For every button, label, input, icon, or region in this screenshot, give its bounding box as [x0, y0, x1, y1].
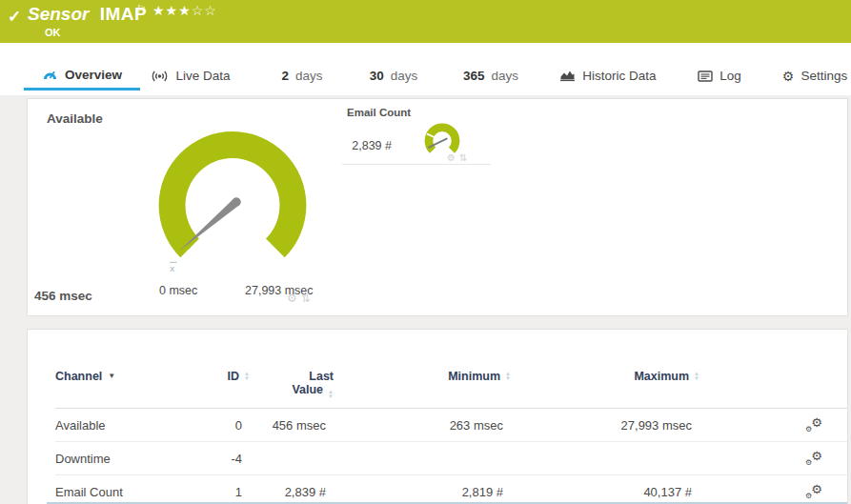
column-label: Minimum	[448, 370, 500, 383]
row-actions-cell: ⚙⚙	[699, 451, 847, 466]
tab-365-days[interactable]: 365days	[456, 61, 526, 91]
maximum-cell: 27,993 msec	[511, 418, 699, 433]
gauge-action-icons: ⚙ ⇅	[447, 152, 467, 163]
column-header-channel[interactable]: Channel▼	[55, 370, 208, 383]
id-cell: -4	[208, 452, 250, 466]
status-badge: OK	[45, 27, 61, 38]
column-label: Value	[292, 383, 323, 396]
tab-label: Historic Data	[582, 69, 656, 83]
log-icon	[698, 71, 713, 82]
priority-rating-stars[interactable]: ★★★☆☆	[152, 3, 217, 18]
gear-icon[interactable]: ⚙	[447, 152, 456, 163]
page-title: Sensor IMAP	[28, 4, 147, 25]
tab-overview[interactable]: Overview	[24, 61, 140, 91]
tab-label: Log	[719, 69, 741, 83]
channel-cell: Email Count	[55, 485, 208, 499]
column-header-maximum[interactable]: Maximum▲▼	[511, 370, 699, 383]
minimum-cell: 263 msec	[334, 418, 511, 433]
last-value-cell: 2,839 #	[250, 485, 334, 499]
channel-settings-gears-icon[interactable]: ⚙⚙	[805, 417, 822, 433]
email-count-channel-label: Email Count	[347, 107, 411, 118]
star-empty-icon[interactable]: ☆	[192, 3, 205, 18]
last-value-cell: 456 msec	[250, 418, 334, 433]
tab-2-days[interactable]: 2days	[274, 61, 330, 91]
broadcast-icon	[151, 70, 169, 83]
row-actions-cell: ⚙⚙	[699, 417, 847, 433]
maximum-cell: 40,137 #	[511, 485, 699, 499]
average-marker: x	[170, 263, 174, 273]
tab-log[interactable]: Log	[694, 61, 745, 91]
channel-table-panel: Channel▼ID▲▼LastValue▲▼Minimum▲▼Maximum▲…	[27, 329, 848, 504]
gauges-panel: Available x 0 msec 27,993 msec 456 msec …	[27, 98, 848, 316]
minimum-cell: 2,819 #	[334, 485, 511, 499]
column-header-last-value[interactable]: LastValue▲▼	[250, 370, 334, 396]
available-last-value: 456 msec	[34, 289, 92, 303]
gauge-icon	[42, 68, 58, 81]
tab-label: days	[492, 69, 519, 83]
tab-label: Live Data	[175, 69, 230, 83]
row-actions-cell: ⚙⚙	[699, 484, 847, 499]
tab-settings[interactable]: ⚙Settings	[781, 61, 848, 91]
tab-30-days[interactable]: 30days	[362, 61, 425, 91]
gauge-scale-min: 0 msec	[159, 284, 197, 297]
sort-icon: ▲▼	[244, 372, 250, 380]
email-count-last-value: 2,839 #	[331, 139, 392, 152]
levels-icon[interactable]: ⇅	[459, 152, 467, 163]
gear-icon: ⚙	[782, 70, 795, 83]
historic-icon	[559, 70, 576, 82]
levels-icon[interactable]: ⇅	[301, 292, 311, 305]
channel-settings-gears-icon[interactable]: ⚙⚙	[805, 451, 822, 466]
tab-label: days	[391, 69, 418, 83]
column-label: Channel	[55, 370, 102, 383]
column-label: Last	[309, 370, 334, 383]
table-row-available: Available0456 msec263 msec27,993 msec⚙⚙	[55, 408, 847, 441]
id-cell: 1	[208, 485, 250, 499]
tab-label: Settings	[800, 69, 847, 83]
sort-icon: ▲▼	[505, 372, 511, 380]
gauge-action-icons: ⚙ ⇅	[287, 292, 311, 305]
channel-cell: Downtime	[55, 452, 208, 466]
available-channel-label: Available	[47, 111, 103, 126]
column-header-id[interactable]: ID▲▼	[208, 370, 250, 383]
tab-label: Overview	[65, 68, 122, 82]
sort-desc-icon: ▼	[108, 372, 115, 380]
flag-icon[interactable]: ⚐	[136, 3, 147, 16]
channel-table: Channel▼ID▲▼LastValue▲▼Minimum▲▼Maximum▲…	[28, 330, 847, 504]
tab-bar: OverviewLive Data2days30days365daysHisto…	[0, 43, 851, 95]
column-label: ID	[228, 370, 240, 383]
tab-historic-data[interactable]: Historic Data	[555, 61, 661, 91]
star-empty-icon[interactable]: ☆	[204, 3, 217, 18]
gear-icon[interactable]: ⚙	[287, 292, 297, 305]
table-row-downtime: Downtime-4⚙⚙	[55, 441, 847, 474]
status-ok-check-icon: ✓	[8, 7, 21, 27]
tab-label: days	[295, 69, 323, 83]
sensor-header: ✓ Sensor IMAP ⚐ ★★★☆☆ OK	[0, 0, 851, 43]
available-gauge: x	[147, 124, 318, 287]
star-filled-icon[interactable]: ★	[152, 3, 166, 18]
id-cell: 0	[208, 418, 250, 433]
sort-icon: ▲▼	[694, 372, 699, 380]
divider	[342, 164, 491, 165]
table-header-row: Channel▼ID▲▼LastValue▲▼Minimum▲▼Maximum▲…	[55, 370, 847, 408]
tab-number: 30	[370, 69, 384, 83]
channel-cell: Available	[55, 418, 208, 433]
sort-icon: ▲▼	[328, 390, 334, 398]
column-header-minimum[interactable]: Minimum▲▼	[334, 370, 511, 383]
channel-settings-gears-icon[interactable]: ⚙⚙	[805, 484, 822, 499]
title-prefix: Sensor	[28, 4, 89, 24]
tab-number: 365	[463, 69, 485, 83]
tab-number: 2	[281, 69, 289, 83]
settings-icon: ⚙	[782, 70, 795, 83]
tab-live-data[interactable]: Live Data	[143, 61, 238, 91]
table-row-email-count: Email Count12,839 #2,819 #40,137 #⚙⚙	[55, 474, 847, 504]
star-filled-icon[interactable]: ★	[166, 3, 179, 18]
star-filled-icon[interactable]: ★	[178, 3, 192, 18]
column-label: Maximum	[634, 370, 689, 383]
